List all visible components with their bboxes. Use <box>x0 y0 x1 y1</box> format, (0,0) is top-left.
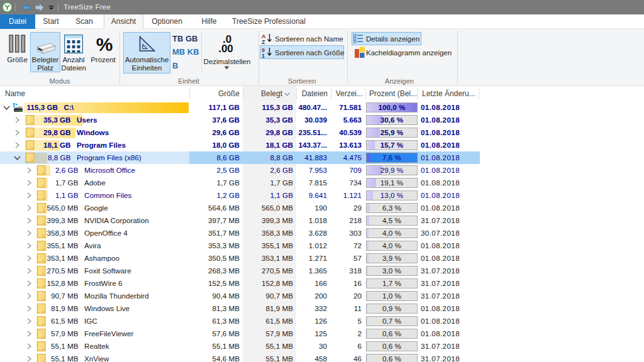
svg-text:Z: Z <box>262 39 265 45</box>
svg-text:1: 1 <box>262 53 265 58</box>
